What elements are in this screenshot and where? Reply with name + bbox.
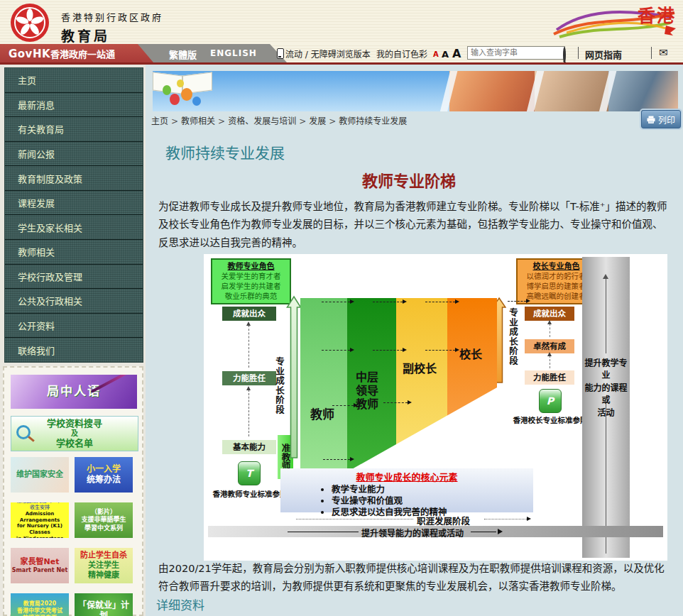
progress-arrow: [425, 350, 455, 351]
mobile-accessible-link[interactable]: 流动 / 无障碍浏览版本: [285, 48, 371, 60]
implementation-paragraph: 由2020/21学年起，教育局会分别为新入职教师提供核心培训课程及为在职教师提供…: [158, 560, 672, 596]
promo-ncs-video[interactable]: （影片） 支援非華語學生 學習中文系列: [75, 502, 133, 538]
up-arrow: [248, 325, 249, 368]
sidebar-item-public-info[interactable]: 公开资料: [5, 314, 143, 339]
bar-line: [471, 532, 496, 532]
balloon-icon: [181, 88, 192, 101]
teacher-level-outstanding: 成就出众: [222, 307, 276, 321]
progress-arrow: [322, 302, 350, 302]
sidebar-item-public-admin[interactable]: 公共及行政相关: [5, 289, 143, 314]
sidebar-item-about[interactable]: 有关教育局: [5, 117, 143, 142]
stage-middle-leader: 中层 领导 教师: [356, 370, 378, 412]
bar-arrowhead: [498, 529, 503, 534]
traditional-chinese-link[interactable]: 繁體版: [169, 48, 197, 61]
bar-line: [288, 532, 359, 532]
promo-school-search[interactable]: 学校资料搜寻 及 学校名单: [11, 416, 138, 451]
promo-employment-support[interactable]: 「保就业」计划: [75, 593, 133, 616]
sidebar-item-curriculum[interactable]: 课程发展: [5, 191, 143, 216]
magnifier-icon: [16, 425, 31, 439]
banner-children-photo: [449, 71, 535, 111]
teacher-standard-icon: T: [238, 461, 261, 485]
leadership-courses-label: 提升领导能力的课程或活动: [361, 527, 464, 539]
growth-axis-left: 专业成长阶段: [273, 357, 286, 414]
banner-photo: [153, 71, 678, 111]
breadcrumb-development[interactable]: 发展: [309, 116, 326, 126]
breadcrumb-current: 教师持续专业发展: [339, 116, 407, 126]
top-navbar: 繁體版 ENGLISH GovHK香港政府一站通 流动 / 无障碍浏览版本 我的…: [0, 44, 683, 62]
sidebar-item-news[interactable]: 最新消息: [5, 93, 143, 118]
sidebar-item-edu-system[interactable]: 教育制度及政策: [5, 166, 143, 191]
brandhk-wordmark: 香港: [638, 1, 676, 27]
sidebar-item-students-parents[interactable]: 学生及家长相关: [5, 215, 143, 240]
font-size-small-button[interactable]: A: [433, 50, 439, 58]
page-guide-link[interactable]: 网页指南: [585, 48, 622, 61]
sidebar-item-teachers[interactable]: 教师相关: [5, 240, 143, 265]
balloon-icon: [163, 85, 171, 95]
principal-level-accomplished: 卓然有成: [525, 339, 574, 353]
breadcrumb-teachers[interactable]: 教师相关: [181, 116, 215, 126]
stage-teacher: 教师: [310, 405, 334, 422]
progress-arrow: [373, 350, 403, 351]
font-size-medium-button[interactable]: A: [442, 49, 449, 60]
search-icon: [563, 47, 566, 63]
page-title: 教师持续专业发展: [165, 141, 285, 163]
core-elements-box: 教师专业成长的核心元素 教学专业能力 专业操守和价值观 反思求进以达自我完善的精…: [280, 468, 533, 512]
stage-vice-principal: 副校长: [403, 359, 437, 376]
govhk-tab[interactable]: GovHK香港政府一站通: [0, 44, 156, 62]
up-arrow: [550, 356, 550, 368]
printer-icon: [647, 116, 655, 123]
section-title: 教师专业阶梯: [146, 168, 672, 191]
sidebar-item-school-admin[interactable]: 学校行政及管理: [5, 265, 143, 290]
balloon-icon: [192, 97, 201, 106]
stage-principal: 校长: [459, 345, 482, 362]
search-input[interactable]: [467, 46, 565, 60]
promo-smart-parent[interactable]: 家長智Net Smart Parent Net: [11, 548, 69, 583]
principal-level-outstanding: 成就出众: [525, 307, 574, 321]
promo-suicide-prevention[interactable]: 防止学生自杀 关注学生 精神健康: [75, 548, 133, 583]
breadcrumb-qualification[interactable]: 资格、发展与培训: [228, 116, 296, 126]
teacher-role-box: 教师专业角色 关爱学生的育才者 启发学生的共建者 敬业乐群的典范: [211, 258, 291, 304]
progress-arrow: [322, 350, 350, 351]
sidebar-item-contact[interactable]: 联络我们: [5, 338, 143, 362]
promo-banner-panel: 局中人语 学校资料搜寻 及 学校名单 维护国家安全 小一入学 统筹办法 幼稚园幼…: [3, 366, 143, 616]
govhk-logo-text: GovHK: [9, 48, 50, 60]
progress-arrow: [373, 302, 403, 302]
banner-classroom-photo: [535, 71, 608, 111]
details-heading: 详细资料: [156, 595, 204, 613]
teacher-level-basic: 基本能力: [222, 440, 276, 454]
career-axis: 职涯发展阶段: [204, 514, 537, 524]
principal-level-competent: 力能胜任: [525, 370, 574, 385]
my-colors-link[interactable]: 我的自订色彩: [376, 48, 427, 60]
sidebar-item-home[interactable]: 主页: [5, 68, 143, 93]
principal-standard-icon: P: [539, 389, 562, 413]
mail-icon[interactable]: ✉: [659, 46, 668, 59]
progress-arrow: [425, 302, 455, 302]
promo-national-security[interactable]: 维护国家安全: [11, 457, 69, 493]
english-link[interactable]: ENGLISH: [210, 48, 257, 58]
promo-p1-admission[interactable]: 小一入学 统筹办法: [75, 457, 133, 493]
breadcrumb-home[interactable]: 主页: [151, 116, 168, 126]
site-header: 香港特别行政区政府 教育局 香港: [0, 0, 683, 44]
promo-dse-2020[interactable]: 教育局2020 香港中学文凭考试 放榜资讯专页: [11, 593, 69, 616]
font-size-large-button[interactable]: A: [452, 47, 461, 60]
bureau-name: 教育局: [61, 26, 163, 45]
main-content: 主页>教师相关>资格、发展与培训>发展>教师持续专业发展 列印 教师持续专业发展…: [146, 65, 683, 616]
divider: [651, 47, 652, 59]
up-arrow: [248, 390, 249, 436]
edb-webpage: 香港特别行政区政府 教育局 香港 繁體版 ENGLISH GovHK香港政府一站…: [0, 0, 683, 616]
govhk-zh-text: 香港政府一站通: [50, 49, 115, 60]
growth-axis-right: 专业成长阶段: [506, 308, 520, 365]
progress-arrow: [323, 459, 350, 460]
leadership-courses-bar: 提升领导能力的课程或活动: [208, 526, 663, 537]
core-elements-title: 教师专业成长的核心元素: [280, 470, 533, 483]
sidebar-item-press[interactable]: 新闻公报: [5, 142, 143, 167]
divider: [578, 47, 579, 59]
promo-k1-admission[interactable]: 幼稚园幼儿班（K1） 收生安排 Admission Arrangements f…: [11, 502, 69, 538]
progress-arrow: [383, 402, 408, 403]
professional-ladder-diagram: 教师专业角色 关爱学生的育才者 启发学生的共建者 敬业乐群的典范 校长专业角色 …: [204, 254, 667, 561]
growth-arrow-green-icon: [286, 295, 302, 460]
search-button[interactable]: [563, 48, 573, 58]
promo-pen-talk[interactable]: 局中人语: [11, 375, 137, 409]
print-button[interactable]: 列印: [641, 110, 681, 128]
breadcrumb: 主页>教师相关>资格、发展与培训>发展>教师持续专业发展: [151, 114, 678, 130]
